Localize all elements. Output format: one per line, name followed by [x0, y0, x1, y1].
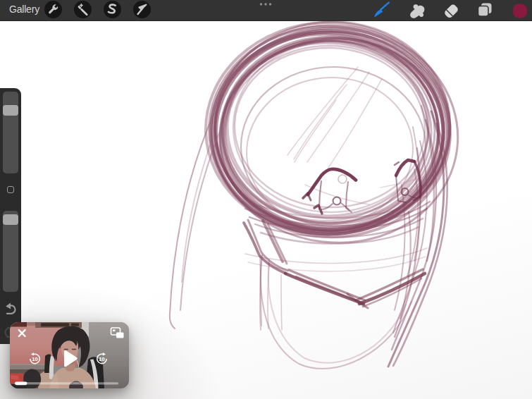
- svg-text:10: 10: [99, 356, 104, 362]
- svg-text:10: 10: [32, 356, 37, 362]
